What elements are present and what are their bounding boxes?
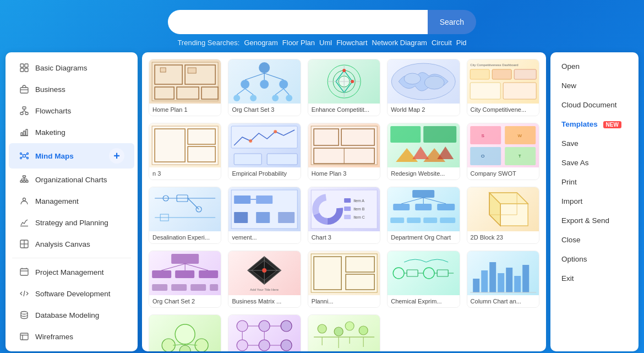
trending-floor-plan[interactable]: Floor Plan: [282, 39, 315, 47]
sidebar-item-strategy[interactable]: Strategy and Planning: [9, 212, 134, 233]
template-card-org-chart-3[interactable]: Org Chart Set 3: [228, 59, 301, 116]
sidebar-item-maketing[interactable]: Maketing: [9, 122, 134, 143]
briefcase-icon: [19, 84, 30, 95]
template-label: Home Plan 1: [149, 104, 221, 116]
sidebar-label: Management: [35, 197, 79, 205]
template-card-column-chart[interactable]: Column Chart an...: [467, 251, 539, 308]
svg-rect-149: [412, 190, 434, 198]
sidebar-item-database[interactable]: Database Modeling: [9, 305, 134, 325]
sidebar-item-info-technique[interactable]: Information Technique: [9, 347, 134, 351]
svg-rect-14: [26, 129, 28, 135]
sidebar-label: Software Development: [35, 290, 111, 298]
svg-rect-13: [24, 131, 25, 135]
template-card-city[interactable]: City Competitiveness Dashboard City Comp…: [467, 59, 539, 116]
svg-line-173: [161, 264, 185, 270]
template-thumb: Add Your Title Here: [228, 251, 300, 295]
new-button[interactable]: +: [109, 148, 124, 164]
template-card-swot[interactable]: SWOT Company SWOT: [467, 123, 539, 180]
template-thumb: [308, 59, 380, 104]
template-card-desalination[interactable]: Desalination Experi...: [149, 187, 221, 244]
svg-rect-26: [20, 181, 23, 182]
svg-rect-196: [489, 262, 496, 292]
rp-save[interactable]: Save: [550, 134, 638, 153]
template-card-flowsample[interactable]: Flowchart Sample: [228, 314, 301, 351]
rp-save-as[interactable]: Save As: [550, 153, 638, 172]
search-button[interactable]: Search: [428, 10, 476, 34]
rp-open[interactable]: Open: [550, 57, 638, 76]
template-card-planning[interactable]: Planni...: [308, 251, 380, 308]
svg-rect-138: [279, 212, 295, 223]
rp-close[interactable]: Close: [550, 230, 638, 249]
rp-export-send[interactable]: Export & Send: [550, 211, 638, 230]
svg-rect-143: [344, 198, 351, 203]
template-card-plan3[interactable]: n 3: [149, 123, 221, 180]
svg-point-87: [351, 80, 354, 83]
rp-cloud-doc[interactable]: Cloud Document: [550, 95, 638, 115]
sidebar-item-analysis[interactable]: Analysis Canvas: [9, 233, 134, 254]
sidebar-item-software-dev[interactable]: Software Development: [9, 283, 134, 304]
template-label: Business Matrix ...: [228, 295, 300, 307]
sidebar-item-project-mgmt[interactable]: Project Management: [9, 262, 134, 283]
template-card-english[interactable]: English Part Of Sp...: [149, 314, 221, 351]
trending-flowchart[interactable]: Flowchart: [336, 39, 367, 47]
svg-point-213: [259, 340, 270, 351]
rp-new[interactable]: New: [550, 76, 638, 95]
template-card-org-set2[interactable]: Org Chart Set 2: [149, 251, 221, 308]
rp-templates[interactable]: Templates NEW: [550, 115, 638, 134]
template-card-home-plan-3[interactable]: Home Plan 3: [308, 123, 380, 180]
svg-point-222: [318, 324, 326, 333]
svg-rect-167: [175, 270, 194, 278]
svg-rect-12: [21, 133, 23, 135]
trending-genogram[interactable]: Genogram: [244, 39, 277, 47]
template-card-chart3[interactable]: Item AItem BItem C Chart 3: [308, 187, 380, 244]
template-card-home-plan-1[interactable]: Home Plan 1: [149, 59, 221, 116]
sidebar-item-flowcharts[interactable]: Flowcharts: [9, 100, 134, 121]
template-card-biz-matrix[interactable]: Add Your Title Here Business Matrix ...: [228, 251, 301, 308]
template-card-enhance[interactable]: Enhance Competitit...: [308, 59, 380, 116]
svg-rect-119: [470, 147, 501, 165]
svg-rect-171: [190, 284, 206, 291]
svg-point-17: [20, 153, 22, 155]
analysis-icon: [19, 238, 30, 249]
template-card-probability[interactable]: Empirical Probability: [228, 123, 301, 180]
trending-pid[interactable]: Pid: [456, 39, 467, 47]
template-label: Department Org Chart: [388, 231, 459, 243]
svg-marker-115: [412, 146, 429, 159]
trending-uml[interactable]: Uml: [319, 39, 332, 47]
template-label: Enhance Competitit...: [308, 104, 380, 116]
rp-print[interactable]: Print: [550, 172, 638, 192]
sidebar-item-management[interactable]: Management: [9, 191, 134, 211]
svg-rect-152: [437, 204, 455, 210]
svg-line-78: [276, 89, 284, 95]
softdev-icon: [19, 288, 30, 299]
sidebar-item-basic-diagrams[interactable]: Basic Diagrams: [9, 57, 134, 78]
sidebar-item-mind-maps[interactable]: Mind Maps +: [9, 143, 134, 169]
template-thumb: [149, 123, 221, 167]
template-card-2d-block[interactable]: 2D Block 23: [467, 187, 539, 244]
sidebar-label: Strategy and Planning: [35, 219, 108, 227]
sidebar-item-org-charts[interactable]: Organizational Charts: [9, 169, 134, 190]
rp-exit[interactable]: Exit: [550, 269, 638, 288]
template-thumb: [228, 59, 300, 104]
rp-import[interactable]: Import: [550, 192, 638, 211]
template-card-chemical[interactable]: Chemical Exprim...: [387, 251, 460, 308]
search-input[interactable]: [168, 10, 428, 34]
template-thumb: [149, 315, 221, 351]
template-grid: Home Plan 1 Org Chart Set 3 Enhance Comp…: [149, 59, 539, 351]
svg-line-24: [25, 157, 27, 158]
sidebar-item-wireframes[interactable]: Wireframes: [9, 326, 134, 347]
template-card-dept-org[interactable]: Department Org Chart: [387, 187, 460, 244]
proj-icon: [19, 267, 30, 278]
trending-circuit[interactable]: Circuit: [432, 39, 452, 47]
template-thumb: [467, 187, 539, 231]
sidebar-item-business[interactable]: Business: [9, 79, 134, 100]
trending-network[interactable]: Network Diagram: [372, 39, 427, 47]
template-card-world-map[interactable]: World Map 2: [387, 59, 460, 116]
template-label: Chemical Exprim...: [388, 295, 459, 307]
rp-options[interactable]: Options: [550, 249, 638, 269]
template-card-movement[interactable]: vement...: [228, 187, 301, 244]
new-badge: NEW: [603, 121, 621, 128]
chart-bar-icon: [19, 127, 30, 138]
template-card-website[interactable]: Redesign Website...: [387, 123, 460, 180]
template-card-life-plan[interactable]: Life Plan: [308, 314, 380, 351]
